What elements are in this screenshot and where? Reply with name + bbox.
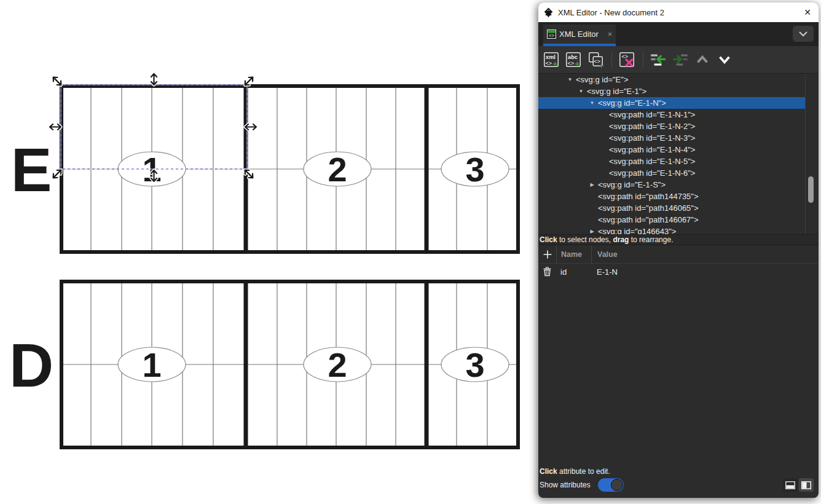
delete-node-icon: <> [618, 50, 636, 69]
attribute-name[interactable]: id [556, 264, 591, 280]
attribute-row[interactable]: id E-1-N [538, 264, 819, 280]
tree-node[interactable]: ▶<svg:g id="E-1-S"> [538, 179, 805, 191]
horizontal-split-icon [785, 481, 795, 489]
delete-node-button[interactable]: <> [616, 50, 637, 70]
tree-node-label: <svg:g id="E-1-S"> [598, 180, 666, 189]
xml-node-tree[interactable]: ▼<svg:g id="E">▼<svg:g id="E-1">▼<svg:g … [538, 74, 819, 234]
handle-arrow-icon [151, 74, 157, 85]
indent-node-button[interactable] [670, 50, 690, 70]
show-attributes-toggle[interactable] [598, 478, 624, 492]
tree-node[interactable]: <svg:path id="E-1-N-1"> [538, 109, 805, 120]
svg-text:+: + [575, 59, 579, 69]
selection-handle[interactable] [245, 124, 256, 130]
row-letter-E[interactable]: E [11, 135, 51, 204]
tree-node[interactable]: ▶<svg:g id="g146643"> [538, 226, 805, 234]
tree-node[interactable]: <svg:path id="E-1-N-6"> [538, 167, 805, 179]
tree-scrollbar[interactable] [805, 74, 815, 234]
section-number[interactable]: 2 [328, 345, 347, 384]
expander-icon[interactable]: ▼ [586, 97, 598, 109]
handle-arrow-icon [51, 75, 63, 87]
attr-value-header: Value [591, 245, 819, 263]
hint-bold: Click [540, 467, 557, 476]
dialog-tabbar: <> XML Editor × [538, 22, 819, 46]
move-node-up-button[interactable] [692, 50, 712, 70]
tree-node-label: <svg:path id="path146065"> [598, 203, 699, 213]
section-number[interactable]: 2 [328, 150, 347, 189]
selection-handle[interactable] [51, 75, 63, 87]
tree-node-label: <svg:path id="E-1-N-5"> [609, 157, 695, 166]
drawing-group-D[interactable]: 123D [9, 282, 518, 447]
hint-text: attribute to edit. [557, 467, 610, 476]
tree-node-label: <svg:path id="path146067"> [598, 215, 699, 224]
tree-node[interactable]: ▼<svg:g id="E-1-N"> [538, 97, 805, 109]
add-attribute-button[interactable] [538, 245, 556, 263]
svg-text:<>: <> [545, 60, 552, 66]
tree-node[interactable]: ▼<svg:g id="E-1"> [538, 85, 805, 97]
chevron-up-icon [693, 50, 712, 69]
xml-editor-dialog: XML Editor - New document 2 ✕ <> XML Edi… [538, 2, 819, 498]
expander-icon[interactable]: ▼ [575, 85, 587, 97]
inkscape-logo-icon [543, 7, 554, 18]
tree-node-label: <svg:path id="E-1-N-1"> [609, 110, 695, 119]
move-node-down-button[interactable] [714, 50, 734, 70]
tab-close-icon[interactable]: × [608, 30, 612, 39]
tree-node[interactable]: <svg:path id="E-1-N-3"> [538, 132, 805, 144]
duplicate-node-button[interactable]: <> + [585, 50, 605, 70]
hint-bold: drag [613, 235, 629, 244]
hint-bold: Click [540, 235, 557, 244]
tree-node-label: <svg:path id="path144735"> [598, 192, 699, 201]
dialog-titlebar[interactable]: XML Editor - New document 2 ✕ [538, 2, 819, 22]
unindent-node-icon [649, 50, 667, 69]
hint-text: to rearrange. [629, 235, 673, 244]
tree-node[interactable]: <svg:path id="path146067"> [538, 214, 805, 226]
delete-attribute-button[interactable] [538, 264, 556, 280]
duplicate-node-icon: <> + [586, 50, 605, 69]
expander-icon[interactable]: ▼ [564, 74, 576, 85]
section-number[interactable]: 3 [465, 150, 484, 189]
tab-list-dropdown-button[interactable] [793, 26, 814, 42]
attribute-hint: Click attribute to edit. [538, 465, 819, 477]
panel-layout-buttons [783, 478, 814, 492]
selection-handle[interactable] [151, 74, 157, 85]
expander-icon[interactable]: ▶ [586, 179, 598, 191]
indent-node-icon [671, 50, 689, 69]
inkscape-canvas[interactable]: 123E123D [0, 0, 538, 504]
handle-arrow-icon [50, 124, 61, 130]
attributes-header: Name Value [538, 245, 819, 264]
tree-node[interactable]: <svg:path id="path144735"> [538, 191, 805, 202]
dialog-title: XML Editor - New document 2 [558, 8, 804, 17]
handle-arrow-icon [245, 124, 256, 130]
drawing-svg[interactable]: 123E123D [0, 0, 538, 504]
tree-node[interactable]: <svg:path id="E-1-N-2"> [538, 120, 805, 132]
dialog-footer: Show attributes [538, 477, 819, 498]
layout-vertical-button[interactable] [799, 478, 814, 492]
tree-node[interactable]: <svg:path id="E-1-N-5"> [538, 156, 805, 167]
chevron-down-icon [715, 50, 734, 69]
tree-scrollbar-thumb[interactable] [808, 176, 814, 203]
new-text-node-button[interactable]: abc <> + [563, 50, 583, 70]
tree-node[interactable]: <svg:path id="path146065"> [538, 202, 805, 214]
tree-node-label: <svg:g id="E-1-N"> [598, 98, 666, 108]
tree-node[interactable]: ▼<svg:g id="E"> [538, 74, 805, 85]
xml-toolbar: xml <> + abc <> + <> + [538, 46, 819, 74]
tree-node-label: <svg:g id="E-1"> [587, 87, 646, 96]
attributes-empty-area [538, 280, 819, 465]
xml-editor-tab-icon: <> [547, 30, 556, 39]
layout-horizontal-button[interactable] [783, 478, 798, 492]
toggle-knob[interactable] [611, 479, 623, 491]
tree-node-label: <svg:path id="E-1-N-3"> [609, 133, 695, 143]
dialog-close-icon[interactable]: ✕ [804, 7, 811, 17]
unindent-node-button[interactable] [648, 50, 668, 70]
selection-handle[interactable] [50, 124, 61, 130]
new-element-node-button[interactable]: xml <> + [541, 50, 561, 70]
toolbar-separator [643, 52, 643, 68]
tab-xml-editor[interactable]: <> XML Editor × [543, 25, 616, 46]
tree-node-label: <svg:path id="E-1-N-2"> [609, 122, 695, 131]
section-number[interactable]: 3 [465, 345, 484, 384]
attribute-value[interactable]: E-1-N [591, 264, 819, 280]
tree-node[interactable]: <svg:path id="E-1-N-4"> [538, 144, 805, 156]
row-letter-D[interactable]: D [9, 331, 52, 400]
svg-text:<>: <> [549, 33, 554, 38]
expander-icon[interactable]: ▶ [586, 226, 598, 234]
section-number[interactable]: 1 [142, 345, 161, 384]
